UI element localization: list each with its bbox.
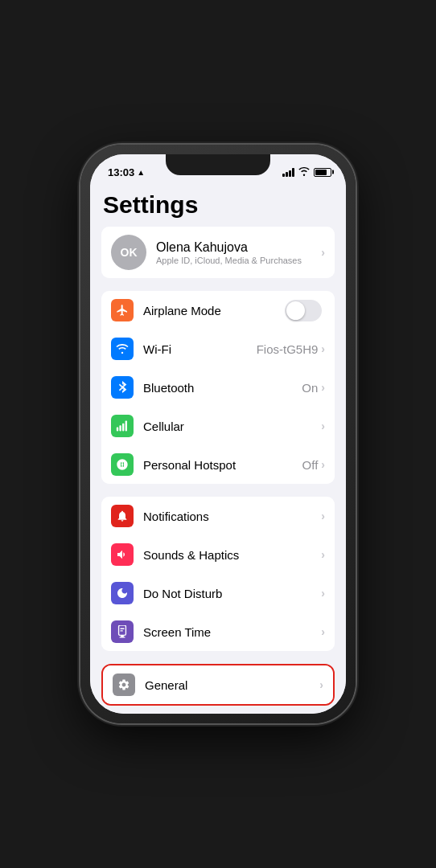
status-icons	[282, 166, 331, 178]
settings-content[interactable]: Settings OK Olena Kahujova Apple ID, iCl…	[90, 185, 346, 714]
notifications-label: Notifications	[143, 510, 321, 523]
wifi-icon	[298, 166, 310, 178]
cellular-label: Cellular	[143, 420, 321, 433]
status-time: 13:03	[108, 166, 134, 178]
hotspot-item[interactable]: Personal Hotspot Off ›	[101, 445, 335, 484]
page-title: Settings	[90, 185, 346, 227]
location-icon: ▲	[137, 168, 145, 177]
wifi-item[interactable]: Wi-Fi Fios-tG5H9 ›	[101, 330, 335, 368]
avatar: OK	[111, 235, 146, 270]
notifications-icon	[111, 505, 134, 527]
general-section[interactable]: General ›	[101, 664, 335, 706]
donotdisturb-chevron: ›	[321, 587, 325, 600]
svg-rect-0	[117, 428, 118, 432]
svg-rect-2	[122, 424, 124, 432]
hotspot-icon	[111, 453, 134, 476]
profile-name: Olena Kahujova	[156, 240, 321, 255]
bluetooth-item[interactable]: Bluetooth On ›	[101, 368, 335, 407]
general-item[interactable]: General ›	[103, 665, 333, 704]
svg-rect-9	[120, 630, 123, 631]
wifi-value: Fios-tG5H9	[257, 342, 319, 356]
profile-subtitle: Apple ID, iCloud, Media & Purchases	[156, 256, 321, 265]
general-icon	[113, 674, 135, 696]
sounds-icon	[111, 543, 134, 566]
notifications-chevron: ›	[321, 510, 325, 522]
svg-rect-3	[125, 421, 127, 432]
notch	[166, 154, 270, 175]
svg-rect-8	[120, 628, 124, 629]
battery-icon	[314, 168, 331, 177]
screentime-icon	[111, 620, 134, 643]
connectivity-section[interactable]: Airplane Mode Wi-Fi Fios	[101, 291, 335, 484]
phone-screen: 13:03 ▲	[90, 154, 346, 714]
hotspot-chevron: ›	[321, 458, 325, 471]
screentime-item[interactable]: Screen Time ›	[101, 612, 335, 651]
wifi-chevron: ›	[321, 342, 325, 355]
general-chevron: ›	[319, 678, 323, 691]
donotdisturb-item[interactable]: Do Not Disturb ›	[101, 574, 335, 612]
general-label: General	[145, 678, 319, 692]
bluetooth-value: On	[302, 381, 318, 395]
cellular-chevron: ›	[321, 420, 325, 432]
donotdisturb-label: Do Not Disturb	[143, 587, 321, 600]
screentime-chevron: ›	[321, 625, 325, 638]
bluetooth-chevron: ›	[321, 381, 325, 394]
signal-icon	[282, 168, 294, 177]
profile-item[interactable]: OK Olena Kahujova Apple ID, iCloud, Medi…	[101, 227, 335, 278]
wifi-setting-icon	[111, 338, 134, 360]
wifi-label: Wi-Fi	[143, 342, 257, 356]
svg-point-4	[121, 464, 124, 466]
chevron-icon: ›	[321, 246, 325, 259]
profile-info: Olena Kahujova Apple ID, iCloud, Media &…	[156, 240, 321, 265]
airplane-mode-item[interactable]: Airplane Mode	[101, 291, 335, 330]
hotspot-label: Personal Hotspot	[143, 458, 302, 472]
sounds-chevron: ›	[321, 548, 325, 561]
profile-section[interactable]: OK Olena Kahujova Apple ID, iCloud, Medi…	[101, 227, 335, 278]
hotspot-value: Off	[302, 458, 319, 472]
cellular-icon	[111, 415, 134, 437]
airplane-mode-label: Airplane Mode	[143, 304, 285, 317]
sounds-item[interactable]: Sounds & Haptics ›	[101, 535, 335, 574]
cellular-item[interactable]: Cellular ›	[101, 407, 335, 445]
donotdisturb-icon	[111, 582, 134, 604]
bluetooth-label: Bluetooth	[143, 381, 302, 395]
airplane-mode-toggle[interactable]	[285, 300, 322, 321]
phone-frame: 13:03 ▲	[80, 145, 356, 723]
notifications-item[interactable]: Notifications ›	[101, 497, 335, 535]
airplane-mode-icon	[111, 299, 134, 321]
sounds-label: Sounds & Haptics	[143, 548, 321, 562]
svg-rect-7	[119, 637, 125, 637]
svg-rect-1	[119, 425, 121, 431]
notifications-section[interactable]: Notifications › Sounds & Haptics ›	[101, 497, 335, 651]
screentime-label: Screen Time	[143, 625, 321, 639]
bluetooth-icon	[111, 376, 134, 399]
